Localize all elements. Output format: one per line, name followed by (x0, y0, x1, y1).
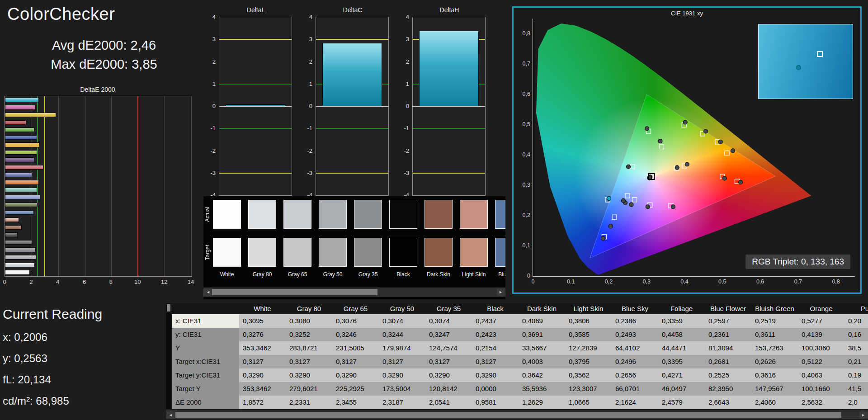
gridline (85, 96, 85, 276)
deltae-bar-light-skin (5, 217, 19, 222)
swatch-label: Gray 65 (280, 271, 315, 278)
table-cell: 64,4102 (612, 341, 658, 355)
table-cell: 2,0541 (425, 396, 472, 409)
scrollbar-thumb[interactable] (167, 304, 170, 311)
x-axis-tick-label: 0,2 (605, 278, 613, 285)
x-axis-tick-label: 10 (134, 278, 141, 285)
swatch-scrollbar[interactable]: ◄ ► (203, 288, 505, 297)
swatch-label: Light Skin (456, 271, 491, 278)
table-cell: 0,3127 (472, 355, 519, 368)
deltae-bar-green (5, 127, 34, 132)
y-axis-tick-label: 2 (309, 58, 312, 65)
measured-marker-blue (601, 236, 605, 241)
table-cell: 0,3691 (519, 328, 565, 341)
deltac-y-axis: 43210-1-2-3-4 (302, 17, 314, 195)
measured-marker-blue-sky (621, 198, 625, 203)
scrollbar-thumb[interactable] (175, 412, 841, 418)
measured-marker-purplish-blue (609, 224, 613, 228)
scroll-right-icon[interactable]: ► (859, 411, 867, 418)
table-cell: 0,19 (844, 368, 868, 382)
scroll-right-icon[interactable]: ► (497, 288, 505, 296)
table-cell: 100,3060 (798, 341, 844, 355)
table-cell: 0,3611 (751, 328, 798, 341)
measured-marker-purple (646, 205, 650, 209)
x-axis-tick-label: 8 (109, 278, 113, 285)
measured-marker-moderate-red (722, 176, 726, 180)
table-cell: 0,3290 (425, 368, 472, 382)
measurement-table: WhiteGray 80Gray 65Gray 50Gray 35BlackDa… (172, 303, 868, 409)
table-cell: 353,3462 (239, 341, 286, 355)
swatch-target-black (389, 238, 417, 267)
row-label[interactable]: ΔE 2000 (172, 396, 239, 409)
row-label[interactable]: Target y:CIE31 (172, 368, 239, 382)
table-cell: 0,3074 (425, 314, 472, 328)
table-cell: 2,3455 (332, 396, 379, 409)
inset-target-marker (817, 51, 823, 57)
swatch-actual-blue-sky (495, 200, 505, 229)
table-cell: 41,5 (844, 382, 868, 396)
y-axis-tick-label: 2 (212, 58, 216, 65)
scroll-left-icon[interactable]: ◄ (167, 411, 175, 418)
table-cell: 0,0000 (472, 382, 519, 396)
y-axis-tick-label: 1 (406, 80, 409, 87)
row-label[interactable]: Y (172, 341, 239, 355)
table-cell: 0,3359 (658, 314, 705, 328)
deltae-bar-yellow (5, 113, 56, 117)
table-vertical-scrollbar[interactable] (166, 303, 171, 409)
table-horizontal-scrollbar[interactable]: ◄ ► (166, 411, 868, 419)
delta-bar (322, 43, 382, 106)
swatch-target-gray-80 (248, 238, 276, 267)
cie-zoom-inset (758, 24, 853, 99)
y-axis-tick-label: 0,7 (516, 61, 530, 67)
current-reading-title: Current Reading (3, 307, 102, 322)
deltae-bar-gray-80 (5, 263, 35, 267)
table-cell: 1,0665 (565, 396, 612, 409)
table-cell: 0,9581 (472, 396, 519, 409)
x-axis-tick-label: 0,3 (643, 278, 651, 285)
scrollbar-thumb[interactable] (212, 289, 377, 295)
table-cell: 38,5 (844, 341, 868, 355)
y-axis-tick-label: 0 (212, 103, 216, 109)
deltal-plot (219, 17, 292, 196)
swatch-target-light-skin (460, 238, 488, 267)
row-label[interactable]: y: CIE31 (172, 328, 239, 341)
column-header: Gray 65 (332, 303, 379, 314)
measured-marker-orange-yellow (718, 140, 722, 144)
row-label[interactable]: Target x:CIE31 (172, 355, 239, 368)
y-axis-tick-label: -3 (404, 169, 409, 176)
measured-marker-blue-flower (629, 203, 633, 207)
table-cell: 0,3290 (286, 368, 332, 382)
y-axis-tick-label: 4 (406, 14, 409, 20)
table-cell: 0,3290 (379, 368, 425, 382)
y-axis-tick-label: 0 (309, 103, 312, 109)
swatch-label: Gray 35 (350, 271, 386, 278)
table-cell: 123,3007 (565, 382, 612, 396)
y-axis-tick-label: 4 (309, 14, 312, 20)
reference-line (316, 128, 388, 129)
row-label[interactable]: x: CIE31 (172, 314, 239, 328)
y-axis-tick-label: 2 (406, 58, 409, 65)
swatch-actual-gray-65 (283, 200, 311, 229)
table-cell: 0,2361 (705, 328, 751, 341)
deltae-bar-red (5, 120, 26, 125)
row-label[interactable]: Target Y (172, 382, 239, 396)
measured-marker-yellow (704, 129, 708, 133)
table-cell: 0,3642 (519, 368, 565, 382)
swatch-target-gray-65 (283, 238, 311, 267)
table-cell: 2,5632 (798, 396, 844, 409)
target-marker-blue-flower (632, 198, 637, 202)
gamut-triangle-outline (590, 94, 775, 258)
swatch-label: Blue Sky (491, 271, 505, 278)
table-cell: 35,5936 (519, 382, 565, 396)
table-cell: 231,5005 (332, 341, 379, 355)
deltae-bar-purple (5, 157, 34, 162)
swatch-label: Black (386, 271, 421, 278)
reference-line (413, 173, 485, 174)
x-axis-tick-label: 0,1 (567, 278, 575, 285)
table-cell: 179,9874 (379, 341, 425, 355)
y-axis-tick-label: -3 (210, 169, 216, 176)
table-cell: 82,3950 (705, 382, 751, 396)
scroll-left-icon[interactable]: ◄ (204, 288, 212, 296)
table-cell: 0,3074 (379, 314, 425, 328)
column-header: Gray 80 (286, 303, 332, 314)
